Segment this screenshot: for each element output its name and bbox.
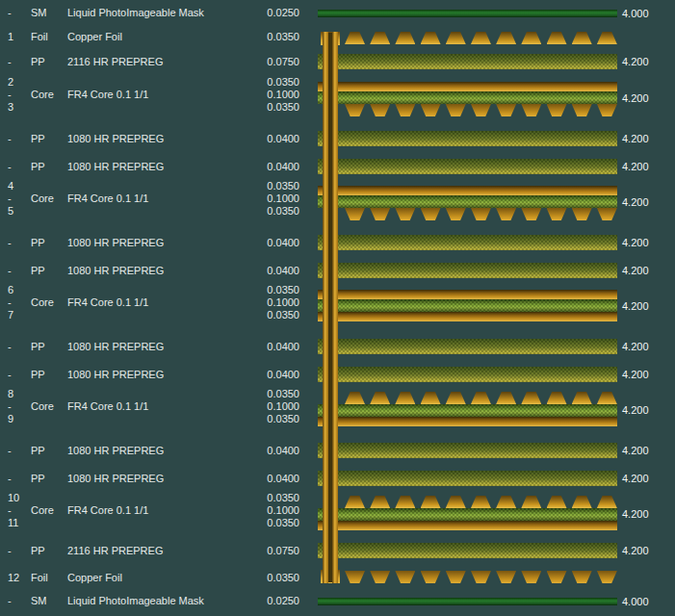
- layer-type: Core: [31, 180, 65, 233]
- layer-graphic: [318, 566, 617, 589]
- layer-number: 10 - 11: [8, 492, 29, 532]
- via-wall-left: [323, 32, 328, 583]
- layer-graphic: [318, 259, 617, 282]
- copper-trace: [446, 104, 466, 116]
- prepreg-bar: [318, 339, 617, 354]
- layer-number: 8 - 9: [8, 388, 29, 428]
- copper-trace: [521, 496, 541, 508]
- layer-graphic: [318, 155, 617, 178]
- layer-number: -: [8, 467, 29, 490]
- layer-type: SM: [31, 2, 65, 23]
- copper-plane-bar: [318, 186, 617, 195]
- layer-type: PP: [31, 259, 65, 282]
- copper-trace: [597, 571, 617, 583]
- layer-number-top: 2: [8, 76, 29, 89]
- layer-number: -: [8, 590, 29, 611]
- copper-trace: [421, 392, 441, 404]
- layer-thickness: 0.0350: [221, 566, 299, 589]
- layer-number: -: [8, 439, 29, 462]
- prepreg-bar: [318, 235, 617, 250]
- copper-trace: [370, 571, 390, 583]
- copper-trace: [395, 392, 415, 404]
- copper-trace: [521, 208, 541, 220]
- copper-trace-band: [345, 32, 617, 44]
- layer-number: -: [8, 155, 29, 178]
- copper-trace: [521, 104, 541, 116]
- copper-trace: [446, 32, 466, 44]
- layer-type: PP: [31, 439, 65, 462]
- copper-plane-bar: [318, 521, 617, 530]
- layer-thickness: 0.0350: [221, 25, 299, 48]
- copper-trace: [547, 208, 567, 220]
- layer-type: PP: [31, 231, 65, 254]
- core-bar: [318, 91, 617, 104]
- stackup-row-soldermask-bottom[interactable]: - SM Liquid PhotoImageable Mask 0.0250 4…: [0, 590, 675, 611]
- layer-er-value: 4.200: [622, 444, 649, 457]
- layer-type: Core: [31, 284, 65, 337]
- layer-er-value: 4.200: [622, 368, 649, 381]
- copper-trace: [597, 392, 617, 404]
- prepreg-bar: [318, 263, 617, 278]
- layer-type: Foil: [31, 25, 65, 48]
- copper-trace: [345, 392, 365, 404]
- copper-trace: [345, 32, 365, 44]
- copper-trace: [345, 208, 365, 220]
- layer-thickness: 0.0350 0.1000 0.0350: [221, 492, 299, 532]
- copper-plane-bar: [318, 290, 617, 299]
- layer-graphic: [318, 467, 617, 490]
- layer-thickness: 0.0400: [221, 335, 299, 358]
- copper-trace: [345, 104, 365, 116]
- layer-thickness: 0.0250: [221, 2, 299, 23]
- copper-trace: [496, 571, 516, 583]
- layer-thickness: 0.0400: [221, 363, 299, 386]
- copper-trace: [395, 496, 415, 508]
- copper-trace: [547, 571, 567, 583]
- layer-thickness: 0.0400: [221, 259, 299, 282]
- prepreg-bar: [318, 443, 617, 458]
- layer-thickness: 0.0350 0.1000 0.0350: [221, 388, 299, 428]
- layer-type: PP: [31, 467, 65, 490]
- layer-graphic: [318, 127, 617, 150]
- layer-thickness: 0.0400: [221, 155, 299, 178]
- soldermask-bar: [318, 10, 617, 17]
- copper-trace: [496, 208, 516, 220]
- layer-number-mid: -: [8, 89, 29, 101]
- layer-number: 2 - 3: [8, 76, 29, 116]
- copper-trace: [572, 208, 592, 220]
- copper-trace: [421, 104, 441, 116]
- layer-type: PP: [31, 539, 65, 562]
- layer-thickness: 0.0350 0.1000 0.0350: [221, 180, 299, 220]
- copper-trace: [572, 496, 592, 508]
- copper-trace: [345, 496, 365, 508]
- layer-graphic: [318, 2, 617, 23]
- layer-thickness: 0.0750: [221, 539, 299, 562]
- layer-thickness: 0.0400: [221, 231, 299, 254]
- layer-type: PP: [31, 335, 65, 358]
- layer-number: -: [8, 127, 29, 150]
- layer-graphic: [318, 492, 617, 532]
- layer-graphic: [318, 50, 617, 73]
- stackup-row-soldermask-top[interactable]: - SM Liquid PhotoImageable Mask 0.0250 4…: [0, 2, 675, 23]
- layer-er-value: 4.000: [622, 7, 649, 20]
- copper-trace: [547, 392, 567, 404]
- copper-trace: [446, 392, 466, 404]
- layer-er-value: 4.200: [622, 507, 649, 521]
- layer-graphic: [318, 76, 617, 116]
- copper-trace: [496, 496, 516, 508]
- layer-er-value: 4.200: [622, 299, 649, 313]
- layer-number: -: [8, 50, 29, 73]
- copper-trace: [345, 571, 365, 583]
- layer-graphic: [318, 439, 617, 462]
- copper-trace: [547, 496, 567, 508]
- layer-graphic: [318, 388, 617, 428]
- copper-trace: [521, 32, 541, 44]
- copper-trace: [471, 32, 491, 44]
- copper-trace: [572, 571, 592, 583]
- layer-number: 1: [8, 25, 29, 48]
- core-bar: [318, 404, 617, 417]
- layer-er-value: 4.000: [622, 595, 649, 608]
- copper-trace: [395, 32, 415, 44]
- copper-plane-bar: [318, 312, 617, 321]
- copper-trace: [370, 392, 390, 404]
- copper-trace-band: [345, 571, 617, 583]
